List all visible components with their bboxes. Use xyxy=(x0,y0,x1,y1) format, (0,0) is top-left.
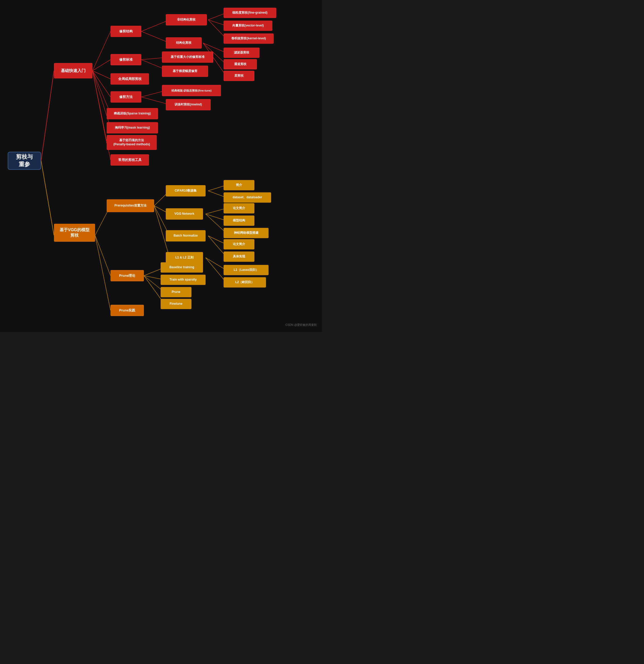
svg-line-21 xyxy=(141,97,170,105)
svg-line-23 xyxy=(95,235,110,276)
l3-l1l2-node[interactable]: L1 & L2 正则 xyxy=(166,252,203,263)
svg-line-5 xyxy=(92,71,110,97)
l4-nn-build-node[interactable]: 神经网络模型搭建 xyxy=(223,228,269,238)
l3-classic-node[interactable]: 经典框架-训练后剪枝(fine-tune) xyxy=(162,85,221,96)
svg-line-37 xyxy=(206,258,226,282)
l4-implement-node[interactable]: 具体实现 xyxy=(223,251,254,262)
l4-model-struct-node[interactable]: 模型结构 xyxy=(223,215,254,226)
l4-intro-node[interactable]: 简介 xyxy=(223,180,254,190)
l3-gradient-std-node[interactable]: 基于梯度幅度修剪 xyxy=(162,66,208,77)
l4-channel-node[interactable]: 通道剪枝 xyxy=(223,59,257,69)
svg-line-11 xyxy=(141,32,170,43)
l2-prereqs-node[interactable]: Prerequisites前置方法 xyxy=(107,199,154,212)
l4-kernel-node[interactable]: 卷积核剪枝(kernel-level) xyxy=(223,34,274,44)
l4-dataset-node[interactable]: dataset、dataloader xyxy=(223,192,271,203)
l4-filter-node[interactable]: 滤波器剪枝 xyxy=(223,47,260,58)
l3-finetune-node[interactable]: Finetune xyxy=(160,299,191,309)
l2-prune-std-node[interactable]: 修剪标准 xyxy=(110,54,141,65)
l2-mask-node[interactable]: 掩码学习(mask learning) xyxy=(107,122,158,133)
svg-line-2 xyxy=(92,32,110,71)
l2-global-local-node[interactable]: 全局或局部剪枝 xyxy=(110,73,149,85)
svg-line-0 xyxy=(41,71,54,161)
l2-penalty-node[interactable]: 基于惩罚项的方法 (Penalty-based methods) xyxy=(107,135,157,150)
svg-line-32 xyxy=(206,214,226,221)
l2-prune-method-node[interactable]: 修剪方法 xyxy=(110,91,141,103)
l4-paper-intro2-node[interactable]: 论文简介 xyxy=(223,239,254,249)
watermark: CSDN @爱听敏的周童鞋 xyxy=(285,323,317,327)
svg-line-8 xyxy=(92,71,107,143)
l3-rewind-node[interactable]: 训练时剪枝(rewind) xyxy=(166,99,211,110)
l3-batch-norm-node[interactable]: Batch Normalize xyxy=(166,230,206,242)
l3-baseline-node[interactable]: Baseline training xyxy=(160,262,203,273)
l2-prune-practice-node[interactable]: Prune实践 xyxy=(110,305,144,316)
l4-l1-lasso-node[interactable]: L1（Lasso回归） xyxy=(223,265,269,275)
l3-prune-node[interactable]: Prune xyxy=(160,287,191,297)
svg-line-4 xyxy=(92,71,110,79)
svg-line-33 xyxy=(206,214,226,233)
mind-map-canvas: 剪枝与重参 基础快速入门 基于VGG的模型剪枝 修剪结构 修剪标准 全局或局部剪… xyxy=(0,0,322,332)
svg-line-31 xyxy=(206,208,226,214)
svg-line-6 xyxy=(92,71,110,114)
l3-nonstructural-node[interactable]: 非结构化剪枝 xyxy=(166,14,207,25)
l4-fine-grained-node[interactable]: 细粒度剪枝(fine-grained) xyxy=(223,8,276,18)
l4-layer-node[interactable]: 层剪枝 xyxy=(223,71,254,81)
l4-vector-node[interactable]: 向量剪枝(vector-level) xyxy=(223,21,273,31)
svg-line-3 xyxy=(92,60,110,71)
l3-cifar10-node[interactable]: CIFAR10数据集 xyxy=(166,185,206,196)
l2-sparse-node[interactable]: 稀疏训练(Sparse training) xyxy=(107,108,158,119)
svg-line-36 xyxy=(206,258,226,270)
l1-vgg-node[interactable]: 基于VGG的模型剪枝 xyxy=(54,224,95,242)
l4-l2-ridge-node[interactable]: L2（岭回归） xyxy=(223,277,266,288)
svg-line-10 xyxy=(141,20,170,32)
l3-structural-node[interactable]: 结构化剪枝 xyxy=(166,37,202,48)
root-node[interactable]: 剪枝与重参 xyxy=(8,152,41,170)
l4-paper-intro-node[interactable]: 论文简介 xyxy=(223,203,254,213)
svg-line-24 xyxy=(95,235,110,310)
l1-basic-node[interactable]: 基础快速入门 xyxy=(54,63,92,79)
l3-vgg-net-node[interactable]: VGG Network xyxy=(166,208,203,220)
l3-train-sparsity-node[interactable]: Train with sparsity xyxy=(160,275,206,285)
svg-line-1 xyxy=(41,161,54,235)
l2-tools-node[interactable]: 常用的剪枝工具 xyxy=(110,154,149,166)
l2-prune-struct-node[interactable]: 修剪结构 xyxy=(110,26,141,37)
l2-prune-theory-node[interactable]: Prune理论 xyxy=(110,270,144,281)
l3-weight-std-node[interactable]: 基于权重大小的修剪标准 xyxy=(162,51,213,63)
